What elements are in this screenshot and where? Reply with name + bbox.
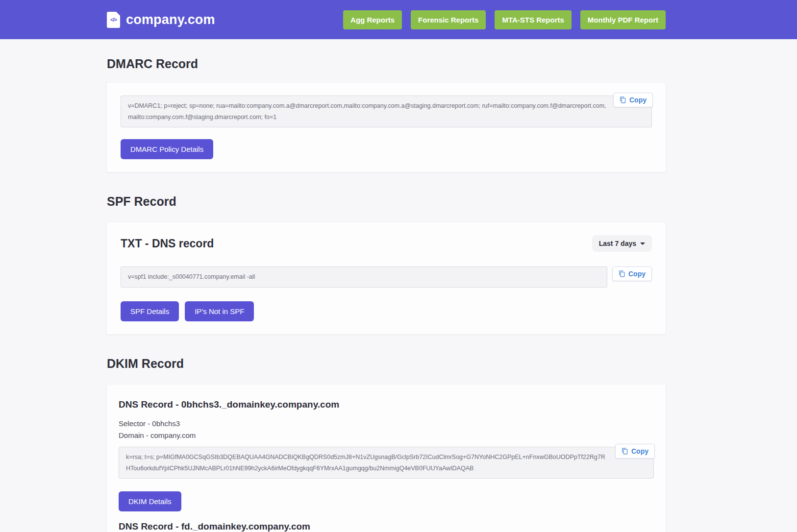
dkim-copy-button[interactable]: Copy (615, 444, 655, 459)
chevron-down-icon (640, 242, 645, 245)
dkim-record-row: k=rsa; t=s; p=MIGfMA0GCSqGSIb3DQEBAQUAA4… (119, 447, 654, 479)
dkim-dns-record-title: DNS Record - fd._domainkey.company.com (119, 521, 654, 532)
copy-button-label: Copy (628, 270, 646, 278)
spf-record-value: v=spf1 include:_s00040771.company.email … (121, 266, 607, 288)
date-range-dropdown[interactable]: Last 7 days (592, 235, 652, 252)
copy-button-label: Copy (629, 96, 647, 104)
brand-name: company.com (126, 12, 215, 27)
nav-mta-sts-reports-button[interactable]: MTA-STS Reports (495, 10, 571, 29)
dmarc-section-heading: DMARC Record (107, 57, 666, 71)
main-nav: Agg Reports Forensic Reports MTA-STS Rep… (343, 10, 666, 29)
dmarc-policy-details-button[interactable]: DMARC Policy Details (121, 139, 213, 159)
dkim-selector-label: Selector - 0bhchs3 (119, 418, 654, 430)
logo-glyph: </> (110, 17, 117, 23)
dmarc-card: v=DMARC1; p=reject; sp=none; rua=mailto:… (107, 83, 666, 172)
spf-section-heading: SPF Record (107, 194, 666, 209)
dmarc-record-value: v=DMARC1; p=reject; sp=none; rua=mailto:… (121, 96, 652, 127)
dkim-card: DNS Record - 0bhchs3._domainkey.company.… (107, 385, 666, 532)
dkim-details-button[interactable]: DKIM Details (119, 491, 181, 511)
dkim-dns-record-title: DNS Record - 0bhchs3._domainkey.company.… (119, 399, 654, 410)
dkim-section-heading: DKIM Record (107, 357, 666, 371)
nav-monthly-pdf-report-button[interactable]: Monthly PDF Report (580, 10, 666, 29)
spf-copy-button[interactable]: Copy (612, 266, 652, 281)
folded-corner-decoration (116, 12, 120, 16)
copy-icon (619, 270, 625, 277)
spf-record-row: v=spf1 include:_s00040771.company.email … (121, 266, 652, 288)
spf-card: TXT - DNS record Last 7 days v=spf1 incl… (107, 222, 666, 334)
spf-details-button[interactable]: SPF Details (121, 301, 179, 321)
dkim-record-block: DNS Record - fd._domainkey.company.com S… (119, 521, 654, 532)
document-code-icon: </> (107, 12, 120, 28)
dkim-record-block: DNS Record - 0bhchs3._domainkey.company.… (119, 399, 654, 512)
ips-not-in-spf-button[interactable]: IP's Not in SPF (185, 301, 254, 321)
copy-button-label: Copy (631, 447, 648, 455)
brand-logo: </> company.com (107, 12, 215, 28)
date-range-selected-value: Last 7 days (599, 240, 636, 247)
copy-icon (622, 448, 628, 455)
dmarc-copy-button[interactable]: Copy (613, 93, 653, 107)
dkim-domain-label: Domain - company.com (119, 430, 654, 442)
nav-forensic-reports-button[interactable]: Forensic Reports (411, 10, 486, 29)
dmarc-record-row: v=DMARC1; p=reject; sp=none; rua=mailto:… (121, 96, 652, 127)
copy-icon (620, 97, 626, 103)
nav-agg-reports-button[interactable]: Agg Reports (343, 10, 402, 29)
dkim-record-value: k=rsa; t=s; p=MIGfMA0GCSqGSIb3DQEBAQUAA4… (119, 447, 654, 479)
top-navbar: </> company.com Agg Reports Forensic Rep… (0, 0, 797, 39)
spf-card-title: TXT - DNS record (121, 237, 214, 250)
